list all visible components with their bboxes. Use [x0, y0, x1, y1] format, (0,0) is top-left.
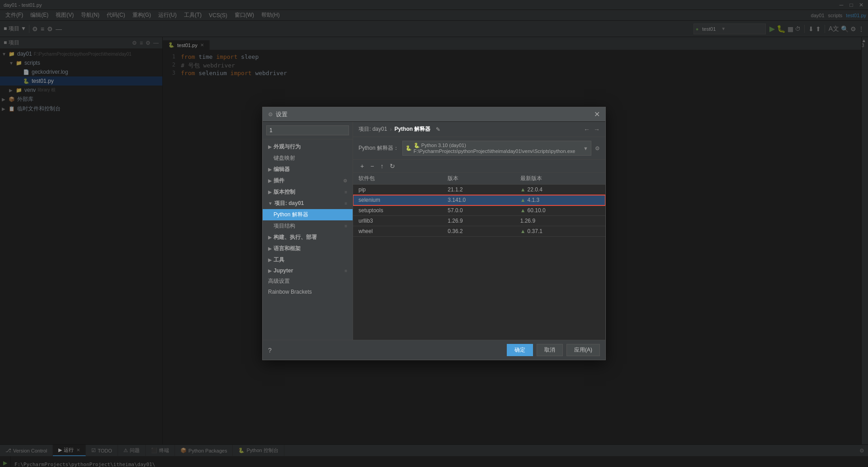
settings-body: ▶ 外观与行为 键盘映射 ▶ 编辑器 ▶ 插件 ⚙ [263, 122, 605, 340]
nav-arrow-jupyter: ▶ [268, 268, 272, 273]
nav-editor[interactable]: ▶ 编辑器 [263, 164, 353, 175]
settings-footer: ? 确定 取消 应用(A) [263, 340, 605, 360]
table-row[interactable]: selenium 3.141.0 ▲4.1.3 [353, 195, 605, 205]
pkg-name: wheel [353, 226, 442, 237]
pkg-version: 0.36.2 [442, 226, 514, 237]
table-row[interactable]: wheel 0.36.2 ▲0.37.1 [353, 226, 605, 237]
nav-rainbow-brackets[interactable]: Rainbow Brackets [263, 287, 353, 297]
pkg-version: 1.26.9 [442, 216, 514, 226]
pkg-latest: ▲4.1.3 [515, 195, 605, 205]
header-edit-icon[interactable]: ✎ [436, 126, 440, 133]
nav-project[interactable]: ▼ 项目: day01 ≡ [263, 198, 353, 209]
nav-tools[interactable]: ▶ 工具 [263, 254, 353, 266]
nav-back-button[interactable]: ← [584, 126, 590, 133]
settings-nav-panel: ▶ 外观与行为 键盘映射 ▶ 编辑器 ▶ 插件 ⚙ [263, 122, 353, 340]
settings-content-panel: 项目: day01 › Python 解释器 ✎ ← → Python 解释器：… [353, 122, 605, 340]
nav-python-interpreter[interactable]: Python 解释器 [263, 209, 353, 220]
nav-badge-jupyter: ≡ [344, 268, 347, 273]
ok-button[interactable]: 确定 [507, 344, 533, 356]
nav-arrow-tools: ▶ [268, 257, 272, 262]
refresh-packages-button[interactable]: ↻ [388, 162, 397, 171]
nav-arrow-editor: ▶ [268, 167, 272, 172]
pkg-version: 3.141.0 [442, 195, 514, 205]
packages-toolbar: + − ↑ ↻ [353, 160, 605, 173]
settings-breadcrumb: 项目: day01 › Python 解释器 ✎ ← → [353, 122, 605, 137]
python-icon: 🐍 [406, 145, 412, 151]
settings-search-container [263, 122, 353, 139]
pkg-name: pip [353, 185, 442, 195]
nav-badge-vcs: ≡ [344, 190, 347, 195]
nav-advanced[interactable]: 高级设置 [263, 276, 353, 287]
nav-jupyter[interactable]: ▶ Jupyter ≡ [263, 266, 353, 276]
pkg-name: setuptools [353, 205, 442, 216]
nav-arrow-project: ▼ [268, 201, 273, 206]
nav-arrow-appearance: ▶ [268, 144, 272, 149]
interpreter-select-text: 🐍 Python 3.10 (day01) F:\PycharmProjects… [414, 143, 581, 154]
col-version: 版本 [442, 173, 514, 185]
nav-languages[interactable]: ▶ 语言和框架 [263, 243, 353, 254]
add-package-button[interactable]: + [359, 162, 366, 171]
nav-badge-project: ≡ [344, 201, 347, 206]
nav-keymap[interactable]: 键盘映射 [263, 152, 353, 164]
pkg-latest: ▲22.0.4 [515, 185, 605, 195]
pkg-version: 21.1.2 [442, 185, 514, 195]
upgrade-package-button[interactable]: ↑ [378, 162, 385, 171]
footer-buttons: 确定 取消 应用(A) [507, 344, 600, 356]
col-package: 软件包 [353, 173, 442, 185]
cancel-button[interactable]: 取消 [537, 344, 563, 356]
table-row[interactable]: setuptools 57.0.0 ▲60.10.0 [353, 205, 605, 216]
settings-close-button[interactable]: ✕ [594, 110, 600, 119]
packages-data-table: 软件包 版本 最新版本 pip 21.1.2 ▲22.0.4 [353, 173, 605, 237]
nav-arrow-languages: ▶ [268, 246, 272, 251]
pkg-name: selenium [353, 195, 442, 205]
pkg-name: urllib3 [353, 216, 442, 226]
pkg-latest: ▲0.37.1 [515, 226, 605, 237]
nav-appearance[interactable]: ▶ 外观与行为 [263, 141, 353, 152]
table-row[interactable]: urllib3 1.26.9 1.26.9 [353, 216, 605, 226]
table-row[interactable]: pip 21.1.2 ▲22.0.4 [353, 185, 605, 195]
interpreter-select[interactable]: 🐍 🐍 Python 3.10 (day01) F:\PycharmProjec… [402, 141, 591, 156]
settings-search-input[interactable] [266, 125, 349, 135]
interpreter-dropdown-icon: ▼ [583, 146, 588, 151]
settings-title-bar: ⚙ 设置 ✕ [263, 107, 605, 122]
nav-build[interactable]: ▶ 构建、执行、部署 [263, 232, 353, 243]
help-button[interactable]: ? [268, 347, 272, 354]
packages-table: 软件包 版本 最新版本 pip 21.1.2 ▲22.0.4 [353, 173, 605, 340]
remove-package-button[interactable]: − [368, 162, 376, 171]
settings-overlay: ⚙ 设置 ✕ ▶ 外观与行为 键盘映射 [0, 0, 868, 467]
nav-arrow-vcs: ▶ [268, 190, 272, 195]
interpreter-label: Python 解释器： [359, 144, 399, 152]
breadcrumb-separator: › [390, 126, 392, 133]
settings-nav-list: ▶ 外观与行为 键盘映射 ▶ 编辑器 ▶ 插件 ⚙ [263, 139, 353, 340]
settings-dialog: ⚙ 设置 ✕ ▶ 外观与行为 键盘映射 [262, 107, 606, 360]
nav-plugins[interactable]: ▶ 插件 ⚙ [263, 175, 353, 186]
pkg-latest: 1.26.9 [515, 216, 605, 226]
pkg-latest: ▲60.10.0 [515, 205, 605, 216]
nav-vcs[interactable]: ▶ 版本控制 ≡ [263, 186, 353, 198]
breadcrumb-page: Python 解释器 [394, 125, 430, 133]
pkg-version: 57.0.0 [442, 205, 514, 216]
settings-title-icon: ⚙ [268, 111, 273, 118]
nav-badge-plugins: ⚙ [343, 178, 347, 183]
col-latest: 最新版本 [515, 173, 605, 185]
nav-arrow-build: ▶ [268, 235, 272, 240]
table-header-row: 软件包 版本 最新版本 [353, 173, 605, 185]
breadcrumb-project: 项目: day01 [359, 125, 387, 133]
interpreter-gear-icon[interactable]: ⚙ [595, 145, 600, 152]
apply-button[interactable]: 应用(A) [566, 344, 600, 356]
interpreter-selector-row: Python 解释器： 🐍 🐍 Python 3.10 (day01) F:\P… [353, 137, 605, 160]
nav-badge-project-structure: ≡ [344, 224, 347, 229]
nav-forward-button[interactable]: → [594, 126, 600, 133]
nav-project-structure[interactable]: 项目结构 ≡ [263, 220, 353, 232]
nav-arrow-plugins: ▶ [268, 178, 272, 183]
settings-dialog-title: 设置 [276, 110, 288, 119]
